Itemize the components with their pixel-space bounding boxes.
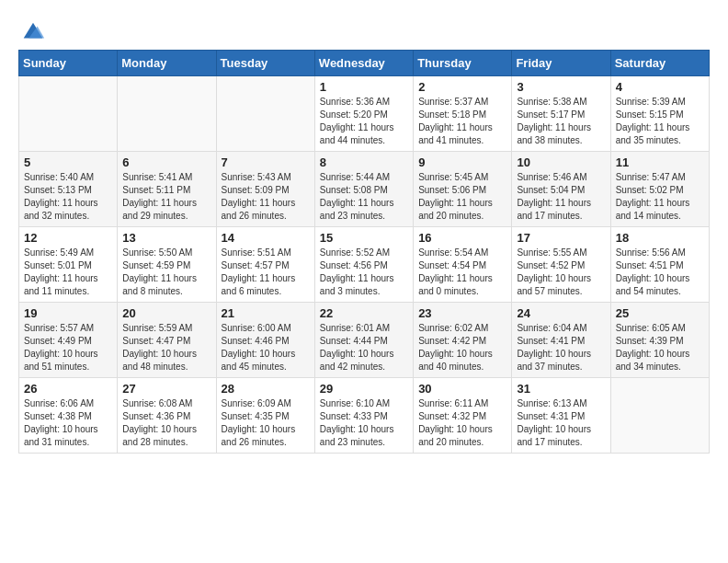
calendar-cell: 10Sunrise: 5:46 AM Sunset: 5:04 PM Dayli…	[512, 152, 610, 227]
day-number: 27	[122, 382, 210, 396]
calendar-cell: 19Sunrise: 5:57 AM Sunset: 4:49 PM Dayli…	[19, 303, 118, 378]
calendar-cell: 5Sunrise: 5:40 AM Sunset: 5:13 PM Daylig…	[19, 152, 118, 227]
day-number: 13	[122, 231, 210, 245]
day-number: 1	[320, 80, 408, 94]
weekday-header-tuesday: Tuesday	[216, 51, 314, 76]
calendar-cell: 8Sunrise: 5:44 AM Sunset: 5:08 PM Daylig…	[314, 152, 413, 227]
logo	[18, 18, 46, 40]
day-info: Sunrise: 5:39 AM Sunset: 5:15 PM Dayligh…	[616, 96, 704, 147]
calendar-cell: 9Sunrise: 5:45 AM Sunset: 5:06 PM Daylig…	[414, 152, 512, 227]
calendar-cell: 6Sunrise: 5:41 AM Sunset: 5:11 PM Daylig…	[118, 152, 216, 227]
day-number: 6	[122, 155, 210, 169]
calendar-cell: 20Sunrise: 5:59 AM Sunset: 4:47 PM Dayli…	[118, 303, 216, 378]
calendar-cell: 1Sunrise: 5:36 AM Sunset: 5:20 PM Daylig…	[314, 76, 413, 152]
day-number: 10	[517, 155, 605, 169]
day-number: 19	[24, 306, 112, 320]
day-info: Sunrise: 5:55 AM Sunset: 4:52 PM Dayligh…	[517, 247, 605, 298]
weekday-header-thursday: Thursday	[414, 51, 512, 76]
day-info: Sunrise: 6:04 AM Sunset: 4:41 PM Dayligh…	[517, 322, 605, 373]
calendar-cell: 4Sunrise: 5:39 AM Sunset: 5:15 PM Daylig…	[610, 76, 709, 152]
calendar-cell: 21Sunrise: 6:00 AM Sunset: 4:46 PM Dayli…	[216, 303, 314, 378]
calendar-week-1: 1Sunrise: 5:36 AM Sunset: 5:20 PM Daylig…	[19, 76, 710, 152]
day-info: Sunrise: 5:41 AM Sunset: 5:11 PM Dayligh…	[122, 171, 210, 223]
day-info: Sunrise: 6:06 AM Sunset: 4:38 PM Dayligh…	[24, 397, 112, 449]
calendar-week-4: 19Sunrise: 5:57 AM Sunset: 4:49 PM Dayli…	[19, 303, 710, 378]
calendar-table: SundayMondayTuesdayWednesdayThursdayFrid…	[18, 50, 710, 454]
day-info: Sunrise: 5:59 AM Sunset: 4:47 PM Dayligh…	[122, 322, 210, 373]
day-info: Sunrise: 5:43 AM Sunset: 5:09 PM Dayligh…	[222, 171, 310, 223]
day-info: Sunrise: 5:49 AM Sunset: 5:01 PM Dayligh…	[24, 247, 112, 298]
day-number: 11	[616, 155, 704, 169]
day-info: Sunrise: 5:44 AM Sunset: 5:08 PM Dayligh…	[320, 171, 408, 223]
calendar-cell: 7Sunrise: 5:43 AM Sunset: 5:09 PM Daylig…	[216, 152, 314, 227]
day-info: Sunrise: 5:37 AM Sunset: 5:18 PM Dayligh…	[418, 96, 506, 147]
day-info: Sunrise: 5:57 AM Sunset: 4:49 PM Dayligh…	[24, 322, 112, 373]
day-info: Sunrise: 6:00 AM Sunset: 4:46 PM Dayligh…	[222, 322, 310, 373]
calendar-cell: 12Sunrise: 5:49 AM Sunset: 5:01 PM Dayli…	[19, 227, 118, 303]
calendar-cell: 31Sunrise: 6:13 AM Sunset: 4:31 PM Dayli…	[512, 378, 610, 454]
calendar-cell	[118, 76, 216, 152]
calendar-week-5: 26Sunrise: 6:06 AM Sunset: 4:38 PM Dayli…	[19, 378, 710, 454]
day-info: Sunrise: 5:45 AM Sunset: 5:06 PM Dayligh…	[418, 171, 506, 223]
weekday-header-wednesday: Wednesday	[314, 51, 413, 76]
day-number: 12	[24, 231, 112, 245]
day-info: Sunrise: 5:54 AM Sunset: 4:54 PM Dayligh…	[418, 247, 506, 298]
calendar-cell: 18Sunrise: 5:56 AM Sunset: 4:51 PM Dayli…	[610, 227, 709, 303]
weekday-header-friday: Friday	[512, 51, 610, 76]
day-number: 31	[517, 382, 605, 396]
day-number: 22	[320, 306, 408, 320]
day-info: Sunrise: 5:52 AM Sunset: 4:56 PM Dayligh…	[320, 247, 408, 298]
day-number: 4	[616, 80, 704, 94]
day-info: Sunrise: 6:10 AM Sunset: 4:33 PM Dayligh…	[320, 397, 408, 449]
day-info: Sunrise: 5:51 AM Sunset: 4:57 PM Dayligh…	[222, 247, 310, 298]
day-number: 5	[24, 155, 112, 169]
calendar-cell	[19, 76, 118, 152]
day-number: 23	[418, 306, 506, 320]
day-info: Sunrise: 6:01 AM Sunset: 4:44 PM Dayligh…	[320, 322, 408, 373]
weekday-header-monday: Monday	[118, 51, 216, 76]
calendar-cell: 30Sunrise: 6:11 AM Sunset: 4:32 PM Dayli…	[414, 378, 512, 454]
day-number: 30	[418, 382, 506, 396]
day-info: Sunrise: 5:36 AM Sunset: 5:20 PM Dayligh…	[320, 96, 408, 147]
day-number: 3	[517, 80, 605, 94]
calendar-week-3: 12Sunrise: 5:49 AM Sunset: 5:01 PM Dayli…	[19, 227, 710, 303]
day-number: 9	[418, 155, 506, 169]
calendar-cell: 3Sunrise: 5:38 AM Sunset: 5:17 PM Daylig…	[512, 76, 610, 152]
day-number: 24	[517, 306, 605, 320]
weekday-header-sunday: Sunday	[19, 51, 118, 76]
day-number: 25	[616, 306, 704, 320]
day-number: 26	[24, 382, 112, 396]
day-number: 15	[320, 231, 408, 245]
day-number: 17	[517, 231, 605, 245]
calendar-week-2: 5Sunrise: 5:40 AM Sunset: 5:13 PM Daylig…	[19, 152, 710, 227]
calendar-cell: 22Sunrise: 6:01 AM Sunset: 4:44 PM Dayli…	[314, 303, 413, 378]
calendar-cell: 16Sunrise: 5:54 AM Sunset: 4:54 PM Dayli…	[414, 227, 512, 303]
logo-icon	[20, 18, 46, 44]
calendar-cell: 28Sunrise: 6:09 AM Sunset: 4:35 PM Dayli…	[216, 378, 314, 454]
day-number: 29	[320, 382, 408, 396]
weekday-header-saturday: Saturday	[610, 51, 709, 76]
calendar-cell: 13Sunrise: 5:50 AM Sunset: 4:59 PM Dayli…	[118, 227, 216, 303]
day-info: Sunrise: 6:13 AM Sunset: 4:31 PM Dayligh…	[517, 397, 605, 449]
day-number: 20	[122, 306, 210, 320]
calendar-cell: 27Sunrise: 6:08 AM Sunset: 4:36 PM Dayli…	[118, 378, 216, 454]
day-number: 14	[222, 231, 310, 245]
calendar-cell: 23Sunrise: 6:02 AM Sunset: 4:42 PM Dayli…	[414, 303, 512, 378]
day-info: Sunrise: 6:11 AM Sunset: 4:32 PM Dayligh…	[418, 397, 506, 449]
day-info: Sunrise: 6:05 AM Sunset: 4:39 PM Dayligh…	[616, 322, 704, 373]
calendar-cell: 17Sunrise: 5:55 AM Sunset: 4:52 PM Dayli…	[512, 227, 610, 303]
day-number: 18	[616, 231, 704, 245]
day-info: Sunrise: 5:50 AM Sunset: 4:59 PM Dayligh…	[122, 247, 210, 298]
day-number: 2	[418, 80, 506, 94]
calendar-header-row: SundayMondayTuesdayWednesdayThursdayFrid…	[19, 51, 710, 76]
day-number: 21	[222, 306, 310, 320]
day-number: 16	[418, 231, 506, 245]
day-info: Sunrise: 5:40 AM Sunset: 5:13 PM Dayligh…	[24, 171, 112, 223]
calendar-cell: 29Sunrise: 6:10 AM Sunset: 4:33 PM Dayli…	[314, 378, 413, 454]
day-number: 7	[222, 155, 310, 169]
calendar-cell: 14Sunrise: 5:51 AM Sunset: 4:57 PM Dayli…	[216, 227, 314, 303]
page-header	[18, 18, 710, 40]
calendar-cell: 24Sunrise: 6:04 AM Sunset: 4:41 PM Dayli…	[512, 303, 610, 378]
day-info: Sunrise: 5:38 AM Sunset: 5:17 PM Dayligh…	[517, 96, 605, 147]
calendar-cell	[610, 378, 709, 454]
